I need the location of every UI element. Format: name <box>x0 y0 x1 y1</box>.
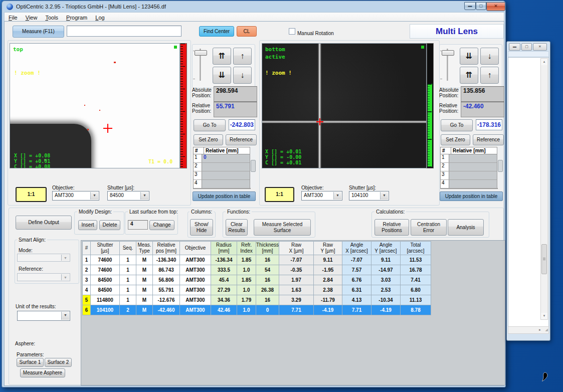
table-cell[interactable]: -11.79 <box>314 295 342 305</box>
position-list-row[interactable]: 1 <box>441 154 497 163</box>
goto-button[interactable]: Go To <box>441 119 473 131</box>
table-cell[interactable]: M <box>136 305 153 315</box>
position-list-row[interactable]: 4 <box>194 180 250 188</box>
table-cell[interactable]: -0.35 <box>279 265 314 275</box>
position-list-row[interactable]: 2 <box>441 163 497 171</box>
table-cell[interactable]: AMT300 <box>180 285 211 295</box>
position-list-scrollbar[interactable] <box>250 147 256 188</box>
ratio-button[interactable]: 1:1 <box>16 187 47 202</box>
table-cell[interactable]: AMT300 <box>180 275 211 285</box>
table-cell[interactable]: 3.29 <box>279 295 314 305</box>
table-cell[interactable]: M <box>136 265 153 275</box>
menu-item-log[interactable]: Log <box>91 14 108 22</box>
minimize-button[interactable]: ▬ <box>464 2 476 10</box>
table-cell[interactable]: -10.34 <box>371 295 401 305</box>
table-cell[interactable]: 16.78 <box>401 265 431 275</box>
set-zero-button[interactable]: Set Zero <box>441 134 470 145</box>
minimize-button[interactable]: ▬ <box>509 43 520 51</box>
position-list[interactable]: #Relative [mm]1234 <box>440 147 498 189</box>
close-button[interactable]: ✕ <box>486 2 505 11</box>
scroll-right-icon[interactable]: ► <box>538 327 541 333</box>
clear-results-button[interactable]: Clear Results <box>226 219 248 236</box>
table-cell[interactable]: 84500 <box>91 285 120 295</box>
table-cell[interactable]: 1 <box>120 285 136 295</box>
background-window[interactable]: ▬ ▢ ✕ ▲ ▼ ► ◢ <box>506 41 550 341</box>
goto-button[interactable]: Go To <box>194 119 226 131</box>
table-cell[interactable]: -1.95 <box>314 265 342 275</box>
vertical-scrollbar[interactable]: ▲ ▼ <box>540 58 548 320</box>
scroll-up-icon[interactable]: ▲ <box>541 59 547 65</box>
jog-arrow-button[interactable]: ⇈ <box>460 67 478 84</box>
position-list-row[interactable]: 3 <box>194 171 250 180</box>
analysis-button[interactable]: Analysis <box>448 219 484 236</box>
table-cell[interactable]: 7.57 <box>342 265 371 275</box>
objective-select[interactable]: AMT300▼ <box>301 191 342 201</box>
jog-arrow-button[interactable]: ⇈ <box>213 48 231 65</box>
insert-button[interactable]: Insert <box>78 220 97 230</box>
table-cell[interactable]: 45.4 <box>211 275 237 285</box>
table-cell[interactable]: 4.13 <box>342 295 371 305</box>
table-cell[interactable]: 27.29 <box>211 285 237 295</box>
change-button[interactable]: Change <box>149 220 174 230</box>
position-list-row[interactable]: 4 <box>441 180 497 188</box>
slider-handle[interactable] <box>442 50 454 56</box>
toolbar-input[interactable] <box>67 26 181 37</box>
unit-select[interactable]: ▼ <box>17 311 70 321</box>
update-position-button[interactable]: Update position in table <box>193 191 256 201</box>
left-camera-view[interactable]: top ! zoom ! X [] = +0.08Y [] = +0.01C [… <box>10 43 180 168</box>
centration-error-button[interactable]: Centration Error <box>411 219 447 236</box>
table-cell[interactable]: 1.0 <box>237 305 256 315</box>
table-cell[interactable]: M <box>136 275 153 285</box>
table-row[interactable]: 61041002M-42.460AMT30042.461.007.71-4.19… <box>82 305 431 315</box>
relative-positions-button[interactable]: Relative Positions <box>374 219 409 236</box>
table-cell[interactable]: 1.85 <box>237 255 256 265</box>
goto-input[interactable]: -242.803 <box>229 119 255 130</box>
row-number-cell[interactable]: 4 <box>82 285 91 295</box>
table-cell[interactable]: M <box>136 255 153 265</box>
table-row[interactable]: 1746001M-136.340AMT300-136.341.8516-7.07… <box>82 255 431 265</box>
table-cell[interactable]: 7.41 <box>401 275 431 285</box>
table-cell[interactable]: 333.5 <box>211 265 237 275</box>
table-cell[interactable]: AMT300 <box>180 305 211 315</box>
maximize-button[interactable]: ▢ <box>476 2 486 10</box>
find-center-button[interactable]: Find Center <box>199 26 234 37</box>
table-cell[interactable]: 9.11 <box>371 255 401 265</box>
table-cell[interactable]: 1 <box>120 295 136 305</box>
menu-item-program[interactable]: Program <box>62 14 91 22</box>
table-cell[interactable]: 42.46 <box>211 305 237 315</box>
table-cell[interactable]: 16 <box>256 275 279 285</box>
row-number-cell[interactable]: 3 <box>82 275 91 285</box>
jog-arrow-button[interactable]: ↑ <box>480 67 499 84</box>
table-cell[interactable]: 7.71 <box>279 305 314 315</box>
table-cell[interactable]: 11.13 <box>401 295 431 305</box>
table-cell[interactable]: 1 <box>120 265 136 275</box>
jog-arrow-button[interactable]: ⇊ <box>460 48 478 65</box>
maximize-button[interactable]: ▢ <box>521 43 532 51</box>
right-camera-view[interactable]: bottom active ! zoom ! X [] = +0.01Y [] … <box>262 43 427 168</box>
menu-item-tools[interactable]: Tools <box>41 14 62 22</box>
surface2-button[interactable]: Surface 2 <box>45 358 72 367</box>
table-cell[interactable]: 9.11 <box>314 255 342 265</box>
table-cell[interactable]: 56.806 <box>153 275 180 285</box>
show-hide-button[interactable]: Show/ Hide <box>190 219 213 236</box>
table-cell[interactable]: -4.19 <box>314 305 342 315</box>
table-cell[interactable]: 2.84 <box>314 275 342 285</box>
position-list-row[interactable]: 10 <box>194 154 250 163</box>
table-cell[interactable]: 6.76 <box>342 275 371 285</box>
objective-select[interactable]: AMT300▼ <box>52 191 99 201</box>
table-cell[interactable]: -4.19 <box>371 305 401 315</box>
table-cell[interactable]: 6.31 <box>342 285 371 295</box>
ratio-button[interactable]: 1:1 <box>265 187 294 202</box>
table-cell[interactable]: M <box>136 295 153 305</box>
table-cell[interactable]: 1.0 <box>237 265 256 275</box>
row-number-cell[interactable]: 5 <box>82 295 91 305</box>
table-cell[interactable]: M <box>136 285 153 295</box>
table-cell[interactable]: 1.97 <box>279 275 314 285</box>
table-cell[interactable]: 2 <box>120 305 136 315</box>
table-cell[interactable]: AMT300 <box>180 265 211 275</box>
table-cell[interactable]: 3.03 <box>371 275 401 285</box>
measure-selected-button[interactable]: Measure Selected Surface <box>254 219 311 236</box>
jog-arrow-button[interactable]: ⇊ <box>213 67 231 84</box>
set-zero-button[interactable]: Set Zero <box>194 134 223 145</box>
measure-button[interactable]: Measure (F11) <box>13 26 64 38</box>
